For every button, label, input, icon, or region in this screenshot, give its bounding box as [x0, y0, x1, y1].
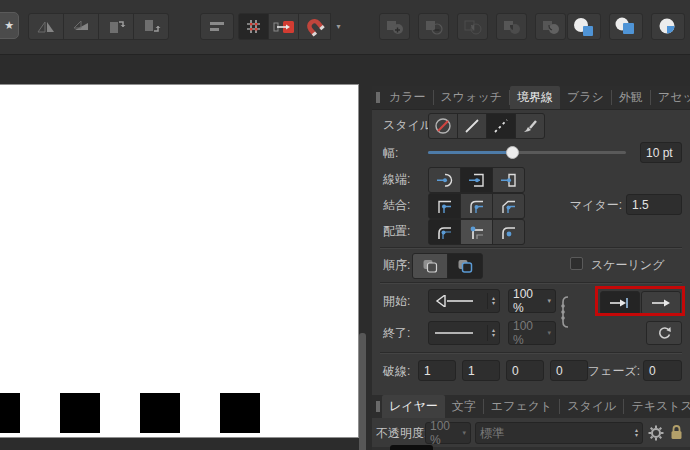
move-by-whole-pixels-button[interactable] [268, 13, 299, 40]
boolean-divide-button[interactable] [535, 13, 566, 40]
order-front-button[interactable] [448, 254, 482, 278]
miter-join-icon [435, 198, 455, 214]
blend-mode-dropdown[interactable]: 標準 ▴ ▾ [475, 422, 643, 444]
cap-square-button[interactable] [461, 168, 492, 192]
miter-input[interactable]: 1.5 [626, 194, 682, 215]
lock-icon[interactable] [670, 424, 683, 440]
flip-vertical-button[interactable] [63, 13, 99, 40]
dash-input-3[interactable]: 0 [506, 360, 544, 381]
tab-effects[interactable]: エフェクト [484, 399, 560, 414]
tab-layers[interactable]: レイヤー [382, 395, 445, 418]
stepper-icon: ▴ ▾ [631, 425, 638, 441]
style-dashed-button[interactable] [487, 114, 515, 138]
brush-icon [521, 117, 539, 135]
pixel-snap-icon [273, 19, 295, 34]
width-slider-thumb[interactable] [506, 146, 519, 159]
layer-thumbnail[interactable] [390, 445, 433, 450]
tab-label: ブラシ [567, 89, 604, 106]
solid-line-icon [463, 117, 481, 135]
scaling-checkbox[interactable] [570, 257, 583, 270]
boolean-add-button[interactable] [379, 13, 410, 40]
cap-button-group [428, 167, 525, 193]
tab-swatches[interactable]: スウォッチ [434, 90, 510, 105]
tab-character[interactable]: 文字 [445, 399, 484, 414]
dash-input-2[interactable]: 1 [462, 360, 500, 381]
rotate-cw-button[interactable] [133, 13, 169, 40]
opacity-dropdown[interactable]: 100 % ▾ [425, 422, 471, 444]
studio-panel: カラー スウォッチ 境界線 ブラシ 外観 アセット スタイル: [372, 86, 690, 450]
tab-color[interactable]: カラー [382, 90, 434, 105]
panel-grip-icon[interactable] [376, 401, 380, 412]
swap-arrowheads-button[interactable] [646, 321, 682, 345]
alignment-button[interactable] [200, 13, 234, 40]
dash-value: 1 [468, 364, 475, 378]
separator [380, 282, 682, 284]
stepper-icon[interactable]: ▴ ▾ [487, 293, 495, 309]
tab-assets[interactable]: アセット [651, 90, 690, 105]
width-value: 10 pt [646, 146, 673, 160]
boolean-xor-icon [502, 19, 522, 35]
snapping-toggle-button[interactable] [298, 13, 331, 40]
style-brush-button[interactable] [516, 114, 544, 138]
join-round-button[interactable] [461, 194, 492, 218]
dash-input-1[interactable]: 1 [418, 360, 456, 381]
boolean-subtract-button[interactable] [418, 13, 449, 40]
tab-styles[interactable]: スタイル [560, 399, 624, 414]
stepper-icon[interactable]: ▴ ▾ [487, 325, 495, 341]
align-center-button[interactable] [429, 220, 460, 244]
caret-down-icon: ▾ [462, 429, 466, 437]
style-none-button[interactable] [429, 114, 457, 138]
tab-label: レイヤー [389, 398, 438, 415]
flip-vertical-icon [71, 19, 91, 35]
cap-butt-button[interactable] [493, 168, 524, 192]
insert-behind-button[interactable] [567, 13, 601, 40]
tab-appearance[interactable]: 外観 [612, 90, 651, 105]
rotate-ccw-button[interactable] [98, 13, 134, 40]
join-miter-button[interactable] [429, 194, 460, 218]
boolean-xor-button[interactable] [496, 13, 527, 40]
align-inside-button[interactable] [461, 220, 492, 244]
dash-value: 0 [512, 364, 519, 378]
boolean-ops-group [375, 13, 566, 40]
insert-on-top-button[interactable] [651, 13, 685, 40]
layers-opacity-row: 不透明度: 100 % ▾ 標準 ▴ ▾ [372, 418, 690, 447]
join-row: 結合: [372, 192, 690, 218]
arrowhead-triangle-icon [433, 295, 475, 307]
stepper-down-icon: ▾ [492, 333, 495, 338]
start-percent-dropdown[interactable]: 100 % ▾ [508, 289, 556, 313]
align-button-group [428, 219, 525, 245]
tab-brush[interactable]: ブラシ [560, 90, 612, 105]
dash-value: 0 [556, 364, 563, 378]
width-input[interactable]: 10 pt [640, 142, 682, 163]
butt-cap-icon [499, 172, 519, 188]
snapping-options-caret[interactable]: ▾ [331, 13, 346, 40]
insert-inside-button[interactable] [609, 13, 643, 40]
cap-round-button[interactable] [429, 168, 460, 192]
miter-label: マイター: [537, 197, 622, 214]
end-arrowhead-dropdown[interactable]: ▴ ▾ [428, 321, 500, 345]
boolean-intersect-button[interactable] [457, 13, 488, 40]
phase-input[interactable]: 0 [643, 360, 682, 381]
tab-text-styles[interactable]: テキストスタイル [624, 399, 690, 414]
flip-horizontal-button[interactable] [28, 13, 64, 40]
style-solid-button[interactable] [458, 114, 486, 138]
vertical-scrollbar-thumb[interactable] [359, 333, 366, 450]
gear-icon[interactable] [648, 425, 664, 441]
layers-panel-tabbar: レイヤー 文字 エフェクト スタイル テキストスタイル ▾ [372, 395, 690, 419]
document-canvas[interactable] [0, 85, 358, 437]
align-lines-icon [208, 20, 226, 34]
panel-grip-icon[interactable] [376, 92, 380, 103]
order-behind-button[interactable] [413, 254, 447, 278]
align-outside-button[interactable] [493, 220, 524, 244]
join-bevel-button[interactable] [493, 194, 524, 218]
end-percent-value: 100 % [513, 319, 544, 347]
boolean-add-icon [385, 19, 405, 35]
tab-stroke[interactable]: 境界線 [510, 86, 560, 109]
start-arrowhead-dropdown[interactable]: ▴ ▾ [428, 289, 500, 313]
width-slider[interactable] [428, 151, 626, 154]
end-percent-dropdown[interactable]: 100 % ▾ [508, 321, 556, 345]
boolean-intersect-icon [463, 19, 483, 35]
insertion-mode-group [563, 13, 685, 40]
grid-toggle-button[interactable] [238, 13, 269, 40]
tool-popout-tab[interactable]: ★ [0, 12, 19, 39]
